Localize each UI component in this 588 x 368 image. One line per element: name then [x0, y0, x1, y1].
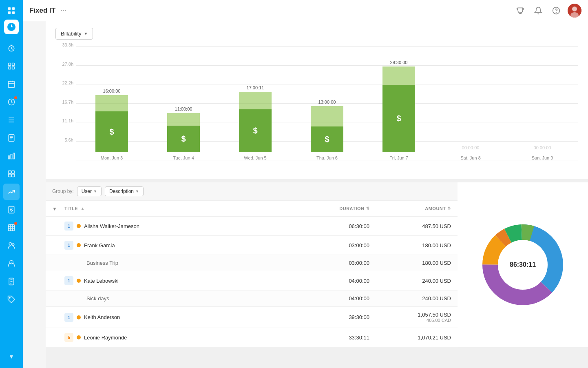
more-options-btn[interactable]: ···: [60, 6, 66, 15]
title-column-header[interactable]: TITLE ▲: [64, 206, 304, 211]
table-row[interactable]: 1 Frank García 03:00:00 180.00 USD: [46, 236, 458, 255]
bar-stack-wed[interactable]: $: [239, 92, 272, 152]
svg-rect-11: [12, 67, 15, 69]
clock-dot-icon[interactable]: [3, 94, 20, 110]
list-icon[interactable]: [3, 112, 20, 128]
bar-stack-thu[interactable]: $: [311, 106, 343, 152]
bar-axis-sat: Sat, Jun 8: [460, 155, 481, 160]
document-icon[interactable]: [3, 130, 20, 146]
svg-rect-20: [9, 174, 11, 177]
duration-column-header[interactable]: DURATION ⇅: [304, 206, 369, 211]
sub-name-sick-days: Sick days: [83, 295, 304, 301]
user-name-kate: Kate Lebowski: [84, 278, 304, 284]
timer-icon[interactable]: [3, 40, 20, 56]
user-dot-keith: [77, 315, 81, 319]
svg-rect-10: [9, 67, 11, 69]
dollar-icon-tue: $: [181, 134, 186, 144]
calendar-icon[interactable]: [3, 76, 20, 92]
row-badge-kate: 1: [64, 276, 73, 285]
amount-keith-usd: 1,057.50 USD: [418, 312, 451, 318]
y-label-4: 16.7h: [55, 100, 73, 104]
row-badge-frank: 1: [64, 241, 73, 250]
svg-rect-1: [12, 7, 15, 10]
svg-point-30: [556, 12, 557, 12]
dollar-icon-fri: $: [396, 114, 401, 123]
tag-icon[interactable]: [3, 291, 20, 308]
grid-dash-icon[interactable]: [3, 166, 20, 182]
expand-col: ▼: [52, 205, 64, 212]
bar-stack-mon[interactable]: $: [95, 95, 128, 152]
bar-wed: 17:00:11 $ Wed, Jun 5: [219, 85, 291, 160]
bar-label-fri: 29:30:00: [390, 60, 408, 65]
topbar: Fixed IT ···: [23, 0, 588, 21]
trophy-icon[interactable]: [514, 4, 527, 17]
user-icon[interactable]: [3, 255, 20, 272]
bar-stack-fri[interactable]: $: [382, 67, 415, 152]
dashboard-icon[interactable]: [3, 58, 20, 74]
bell-icon[interactable]: [532, 4, 545, 17]
table-dot-icon[interactable]: [3, 219, 20, 236]
clockify-logo[interactable]: [4, 20, 19, 34]
bar-axis-wed: Wed, Jun 5: [244, 155, 266, 160]
group-user-label: User: [82, 188, 92, 194]
user-avatar[interactable]: [568, 4, 581, 18]
bar-mon: 16:00:00 $ Mon, Jun 3: [76, 89, 148, 160]
group-description-btn[interactable]: Description ▼: [105, 186, 144, 196]
bar-label-wed: 17:00:11: [247, 85, 264, 90]
help-icon[interactable]: [550, 4, 563, 17]
table-controls: Group by: User ▼ Description ▼: [46, 182, 458, 201]
invoice-icon[interactable]: [3, 202, 20, 218]
apps-grid-icon[interactable]: [4, 3, 19, 18]
svg-point-25: [12, 244, 14, 246]
table-row[interactable]: 1 Keith Anderson 39:30:00 1,057.50 USD 4…: [46, 307, 458, 328]
billability-arrow-icon: ▼: [84, 31, 88, 36]
bar-axis-thu: Thu, Jun 6: [316, 155, 338, 160]
file-text-icon[interactable]: [3, 273, 20, 290]
y-label-2: 27.8h: [55, 62, 73, 67]
bar-sun: 00:00:00 Sun, Jun 9: [506, 145, 578, 160]
title-sort-icon: ▲: [80, 206, 85, 211]
dollar-icon-wed: $: [253, 126, 257, 135]
amount-col-label: AMOUNT: [425, 206, 446, 211]
page-title: Fixed IT: [29, 7, 55, 15]
svg-rect-2: [8, 11, 11, 14]
bar-stack-tue[interactable]: $: [167, 113, 200, 152]
sidebar-collapse-btn[interactable]: ▼: [3, 348, 20, 365]
people-icon[interactable]: [3, 237, 20, 254]
bars-container: 16:00:00 $ Mon, Jun 3 11:00:00 $: [76, 46, 578, 160]
duration-col-label: DURATION: [339, 206, 364, 211]
donut-total-time: 86:30:11: [510, 261, 536, 268]
svg-rect-0: [8, 7, 11, 10]
row-badge-keith: 1: [64, 313, 73, 322]
amount-alisha: 487.50 USD: [369, 223, 451, 229]
table-row[interactable]: 1 Kate Lebowski 04:00:00 240.00 USD: [46, 271, 458, 290]
bar-chart-icon[interactable]: [3, 148, 20, 164]
group-user-btn[interactable]: User ▼: [77, 186, 102, 196]
bar-tue: 11:00:00 $ Tue, Jun 4: [148, 106, 219, 160]
user-dot-kate: [77, 279, 81, 283]
svg-point-24: [9, 243, 12, 246]
user-dot-alisha: [77, 224, 81, 228]
amount-column-header[interactable]: AMOUNT ⇅: [369, 206, 451, 211]
table-section: Group by: User ▼ Description ▼ ▼: [46, 182, 458, 347]
billability-filter-btn[interactable]: Billability ▼: [55, 28, 93, 40]
row-badge-alisha: 1: [64, 222, 73, 231]
chart-section: Billability ▼ 33.3h 27.8h 22.2h 16.7h 11…: [46, 21, 588, 179]
user-name-frank: Frank García: [84, 242, 304, 248]
bar-chart: 33.3h 27.8h 22.2h 16.7h 11.1h 5.6h 16:00…: [55, 46, 578, 173]
dollar-icon-mon: $: [109, 127, 114, 137]
y-label-5: 11.1h: [55, 118, 73, 123]
amount-kate: 240.00 USD: [369, 278, 451, 284]
line-chart-icon[interactable]: [3, 184, 20, 200]
expand-all-icon[interactable]: ▼: [52, 206, 57, 212]
bar-nonbillable-mon: [95, 95, 128, 111]
duration-kate: 04:00:00: [304, 278, 369, 284]
bar-stack-sat: [454, 152, 487, 152]
table-row[interactable]: 1 Alisha Walker-Jameson 06:30:00 487.50 …: [46, 217, 458, 236]
amount-keith: 1,057.50 USD 405.00 CAD: [369, 312, 451, 323]
topbar-right: [514, 4, 581, 18]
bar-nonbillable-fri: [382, 67, 415, 85]
table-row[interactable]: 5 Leonie Raymonde 33:30:11 1,070.21 USD: [46, 328, 458, 347]
bar-nonbillable-wed: [239, 92, 272, 109]
group-description-label: Description: [109, 188, 134, 194]
